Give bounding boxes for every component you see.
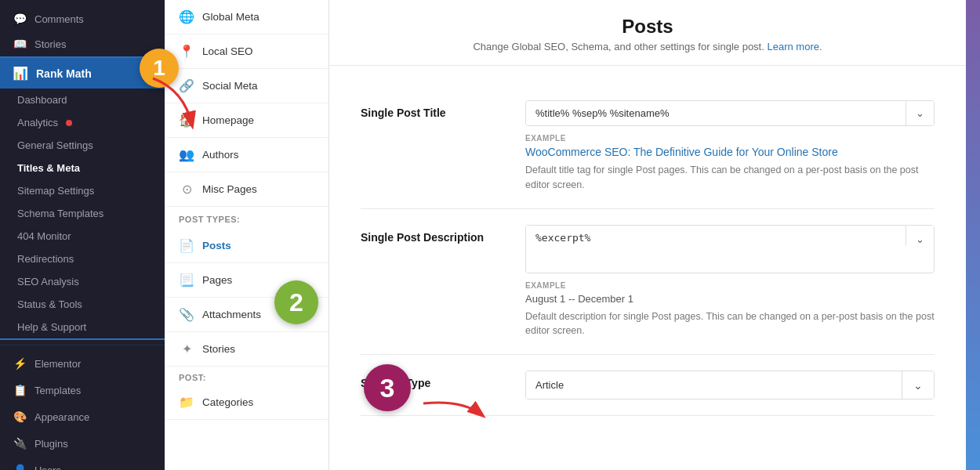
sidebar-item-titles-meta[interactable]: Titles & Meta: [0, 157, 165, 179]
post-label: Post:: [165, 367, 328, 385]
sidebar-item-seo-analysis[interactable]: SEO Analysis: [0, 270, 165, 293]
homepage-icon: 🏠: [179, 113, 194, 128]
single-post-title-label: Single Post Title: [361, 100, 502, 119]
schema-type-select-wrapper: Article ⌄: [525, 371, 935, 400]
main-body: Single Post Title ⌄ EXAMPLE WooCommerce …: [329, 66, 966, 435]
page-title: Posts: [361, 16, 935, 38]
sidebar-item-comments[interactable]: 💬 Comments: [0, 6, 165, 31]
badge-3: 3: [364, 364, 411, 411]
single-post-description-label: Single Post Description: [361, 225, 502, 244]
single-post-description-dropdown-btn[interactable]: ⌄: [906, 226, 934, 245]
single-post-title-content: ⌄ EXAMPLE WooCommerce SEO: The Definitiv…: [525, 100, 935, 193]
single-post-description-content: %excerpt% ⌄ EXAMPLE August 1 -- December…: [525, 225, 935, 339]
single-post-description-row: Single Post Description %excerpt% ⌄ EXAM…: [361, 209, 935, 356]
single-post-title-input[interactable]: [526, 101, 906, 125]
single-post-description-textarea[interactable]: %excerpt%: [526, 226, 906, 273]
main-content: Posts Change Global SEO, Schema, and oth…: [329, 0, 966, 470]
plugins-icon: 🔌: [13, 437, 27, 450]
misc-pages-icon: ⊙: [179, 182, 194, 197]
titles-meta-panel: 🌐 Global Meta 📍 Local SEO 🔗 Social Meta …: [165, 0, 329, 470]
badge-1: 1: [140, 49, 179, 88]
global-meta-icon: 🌐: [179, 9, 194, 24]
schema-type-arrow: ⌄: [902, 371, 934, 399]
nav-item-stories-type[interactable]: ✦ Stories: [165, 332, 328, 367]
single-post-description-example-text: August 1 -- December 1: [525, 293, 935, 305]
sidebar-item-users[interactable]: 👤 Users: [0, 457, 165, 470]
stories-icon: 📖: [13, 38, 27, 50]
nav-item-global-meta[interactable]: 🌐 Global Meta: [165, 0, 328, 34]
sidebar-item-plugins[interactable]: 🔌 Plugins: [0, 430, 165, 457]
nav-item-local-seo[interactable]: 📍 Local SEO: [165, 34, 328, 69]
main-header: Posts Change Global SEO, Schema, and oth…: [329, 0, 966, 66]
sidebar-item-analytics[interactable]: Analytics: [0, 111, 165, 134]
single-post-title-dropdown-btn[interactable]: ⌄: [906, 101, 934, 125]
single-post-title-example-link[interactable]: WooCommerce SEO: The Definitive Guide fo…: [525, 146, 935, 158]
single-post-description-description: Default description for single Post page…: [525, 309, 935, 339]
sidebar-item-stories[interactable]: 📖 Stories: [0, 31, 165, 56]
sidebar-item-sitemap-settings[interactable]: Sitemap Settings: [0, 179, 165, 202]
local-seo-icon: 📍: [179, 44, 194, 59]
rank-math-icon: 📊: [13, 66, 28, 81]
pages-icon: 📃: [179, 273, 194, 287]
single-post-title-input-wrapper: ⌄: [525, 100, 935, 126]
badge-2: 2: [274, 280, 318, 324]
sidebar-item-schema-templates[interactable]: Schema Templates: [0, 202, 165, 225]
single-post-title-example-label: EXAMPLE: [525, 134, 935, 143]
users-icon: 👤: [13, 464, 27, 470]
single-post-title-description: Default title tag for single Post pages.…: [525, 163, 935, 193]
sidebar-item-status-tools[interactable]: Status & Tools: [0, 293, 165, 316]
nav-item-posts[interactable]: 📄 Posts: [165, 229, 328, 263]
sidebar-item-general-settings[interactable]: General Settings: [0, 134, 165, 157]
right-sidebar-gradient: [966, 0, 980, 470]
nav-item-misc-pages[interactable]: ⊙ Misc Pages: [165, 172, 328, 207]
sidebar-item-templates[interactable]: 📋 Templates: [0, 377, 165, 403]
nav-item-categories[interactable]: 📁 Categories: [165, 385, 328, 420]
sidebar-item-404-monitor[interactable]: 404 Monitor: [0, 225, 165, 248]
appearance-icon: 🎨: [13, 410, 27, 423]
analytics-notification-dot: [66, 120, 72, 126]
nav-item-social-meta[interactable]: 🔗 Social Meta: [165, 69, 328, 103]
sidebar-item-elementor[interactable]: ⚡ Elementor: [0, 350, 165, 377]
posts-icon: 📄: [179, 238, 194, 253]
single-post-title-row: Single Post Title ⌄ EXAMPLE WooCommerce …: [361, 85, 935, 209]
templates-icon: 📋: [13, 384, 27, 396]
sidebar-item-dashboard[interactable]: Dashboard: [0, 89, 165, 111]
social-meta-icon: 🔗: [179, 78, 194, 93]
stories-type-icon: ✦: [179, 342, 194, 356]
learn-more-link[interactable]: Learn more: [767, 41, 818, 52]
page-subtitle: Change Global SEO, Schema, and other set…: [361, 41, 935, 52]
single-post-description-input-wrapper: %excerpt% ⌄: [525, 225, 935, 273]
attachments-icon: 📎: [179, 307, 194, 322]
sidebar-item-help-support[interactable]: Help & Support: [0, 316, 165, 338]
schema-type-row: Schema Type Article ⌄: [361, 355, 935, 416]
schema-type-select[interactable]: Article: [526, 371, 902, 399]
post-types-label: Post Types:: [165, 207, 328, 229]
elementor-icon: ⚡: [13, 357, 27, 370]
single-post-description-example-label: EXAMPLE: [525, 281, 935, 290]
sidebar-item-redirections[interactable]: Redirections: [0, 248, 165, 270]
schema-type-content: Article ⌄: [525, 371, 935, 400]
sidebar-item-appearance[interactable]: 🎨 Appearance: [0, 403, 165, 430]
categories-icon: 📁: [179, 395, 194, 410]
authors-icon: 👥: [179, 147, 194, 162]
comments-icon: 💬: [13, 13, 27, 25]
nav-item-homepage[interactable]: 🏠 Homepage: [165, 103, 328, 138]
nav-item-authors[interactable]: 👥 Authors: [165, 138, 328, 172]
